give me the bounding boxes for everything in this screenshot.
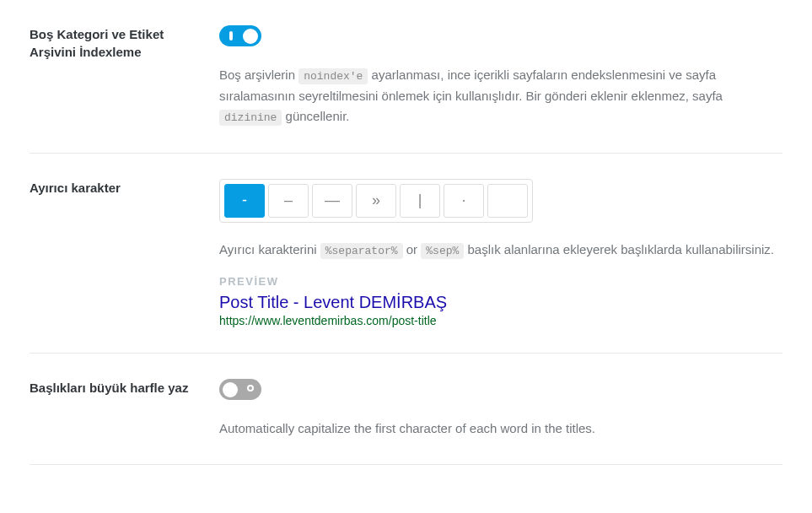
- separator-option-empty[interactable]: [487, 184, 528, 218]
- setting-row-noindex: Boş Kategori ve Etiket Arşivini İndexlem…: [30, 25, 782, 154]
- noindex-code2: dizinine: [219, 110, 282, 126]
- setting-row-capitalize: Başlıkları büyük harfle yaz Automaticall…: [30, 379, 782, 465]
- noindex-code1: noindex'e: [298, 68, 368, 84]
- separator-desc-part1: Ayırıcı karakterini: [219, 242, 320, 256]
- separator-option-dash[interactable]: -: [224, 184, 265, 218]
- separator-label: Ayırıcı karakter: [30, 179, 219, 197]
- separator-content: - – — » | · Ayırıcı karakterini %separat…: [219, 179, 782, 328]
- noindex-label: Boş Kategori ve Etiket Arşivini İndexlem…: [30, 25, 219, 61]
- separator-option-raquo[interactable]: »: [356, 184, 396, 218]
- capitalize-description: Automatically capitalize the first chara…: [219, 418, 782, 439]
- setting-row-separator: Ayırıcı karakter - – — » | · Ayırıcı kar…: [30, 179, 782, 354]
- capitalize-toggle[interactable]: [219, 379, 261, 400]
- separator-code2: %sep%: [421, 243, 464, 259]
- noindex-content: Boş arşivlerin noindex'e ayarlanması, in…: [219, 25, 782, 127]
- capitalize-content: Automatically capitalize the first chara…: [219, 379, 782, 439]
- separator-button-group: - – — » | ·: [219, 179, 533, 223]
- separator-option-pipe[interactable]: |: [400, 184, 440, 218]
- separator-desc-part3: başlık alanlarına ekleyerek başlıklarda …: [464, 242, 774, 256]
- noindex-description: Boş arşivlerin noindex'e ayarlanması, in…: [219, 65, 782, 127]
- noindex-desc-part3: güncellenir.: [282, 109, 349, 123]
- separator-option-middot[interactable]: ·: [444, 184, 484, 218]
- toggle-on-indicator-icon: [229, 31, 233, 40]
- separator-desc-part2: or: [403, 242, 422, 256]
- separator-code1: %separator%: [320, 243, 403, 259]
- capitalize-label: Başlıkları büyük harfle yaz: [30, 379, 219, 397]
- separator-option-endash[interactable]: –: [268, 184, 309, 218]
- toggle-knob-icon: [243, 29, 258, 44]
- preview-title: Post Title - Levent DEMİRBAŞ: [219, 293, 782, 312]
- separator-option-emdash[interactable]: —: [312, 184, 352, 218]
- noindex-desc-part1: Boş arşivlerin: [219, 68, 298, 82]
- toggle-off-indicator-icon: [247, 385, 254, 392]
- preview-heading: PREVİEW: [219, 275, 782, 288]
- preview-url: https://www.leventdemirbas.com/post-titl…: [219, 314, 782, 327]
- noindex-toggle[interactable]: [219, 25, 261, 46]
- separator-description: Ayırıcı karakterini %separator% or %sep%…: [219, 240, 782, 261]
- toggle-knob-icon: [223, 382, 238, 397]
